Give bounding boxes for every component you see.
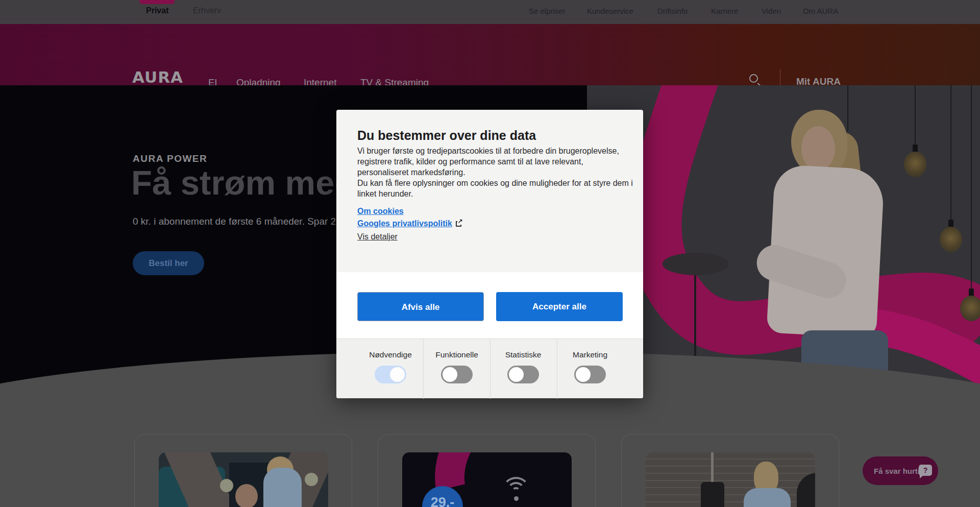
toggle-knob — [443, 367, 457, 382]
top-bar: Privat Erhverv Se elpriser Kundeservice … — [0, 0, 980, 24]
bulb-cord — [915, 85, 916, 146]
toggle-marketing[interactable] — [574, 366, 606, 383]
toggle-knob — [576, 367, 591, 382]
toggle-knob — [509, 367, 524, 382]
topbar-link-se-elpriser[interactable]: Se elpriser — [529, 7, 566, 15]
dialog-title: Du bestemmer over dine data — [357, 128, 536, 143]
woman-figure — [744, 488, 791, 507]
bulb-cord — [847, 85, 848, 131]
toggle-statistiske[interactable] — [507, 366, 539, 383]
hero-heading: Få strøm med — [131, 163, 355, 202]
string-light — [220, 479, 233, 492]
dialog-body: Vi bruger første og tredjepartscookies t… — [357, 146, 633, 199]
promo-card-charging[interactable] — [621, 434, 839, 507]
string-light — [305, 473, 318, 486]
aura-logo[interactable]: AURA — [132, 68, 183, 86]
hero-subtext: 0 kr. i abonnement de første 6 måneder. … — [133, 216, 336, 227]
vis-detaljer-link[interactable]: Vis detaljer — [357, 232, 398, 241]
body-line: Vi bruger første og tredjepartscookies t… — [357, 146, 633, 156]
promo-card-internet[interactable]: 29,- — [378, 434, 596, 507]
cookie-toggle-band: Nødvendige Funktionelle Statistiske Mark… — [336, 339, 643, 398]
reject-all-button[interactable]: Afvis alle — [357, 292, 484, 321]
wall-charger — [701, 482, 724, 507]
search-lens — [749, 74, 758, 83]
light-bulb — [960, 296, 980, 321]
toggle-label-funktionelle: Funktionelle — [424, 350, 490, 359]
bestil-her-button[interactable]: Bestil her — [133, 251, 204, 275]
card-image-family-tent — [159, 452, 328, 507]
topbar-link-driftsinfo[interactable]: Driftsinfo — [657, 7, 688, 15]
hero-photo — [587, 85, 980, 388]
mother-figure — [263, 468, 302, 507]
card-image-ev-charger — [646, 452, 815, 507]
body-line: linket herunder. — [357, 188, 633, 199]
wifi-dot — [514, 496, 519, 501]
bulb-cord — [971, 85, 972, 289]
car-shape — [797, 473, 815, 507]
tab-privat[interactable]: Privat — [146, 6, 168, 15]
toggle-knob — [390, 367, 405, 382]
toggle-funktionelle[interactable] — [441, 366, 473, 383]
floor-lamp-shade — [663, 253, 729, 275]
topbar-link-karriere[interactable]: Karriere — [711, 7, 738, 15]
topbar-link-om-aura[interactable]: Om AURA — [803, 7, 838, 15]
card-image-internet-offer: 29,- — [402, 452, 572, 507]
bulb-cord — [950, 85, 951, 221]
topbar-link-kundeservice[interactable]: Kundeservice — [587, 7, 633, 15]
active-tab-indicator — [139, 0, 175, 4]
toggle-label-marketing: Marketing — [557, 350, 623, 359]
page: Privat Erhverv Se elpriser Kundeservice … — [0, 0, 980, 507]
light-bulb — [904, 152, 926, 177]
toggle-label-nodvendige: Nødvendige — [357, 350, 424, 359]
external-link-icon: ↗ — [456, 221, 461, 227]
child-figure — [235, 484, 258, 507]
main-header: AURA El Opladning Internet TV & Streamin… — [0, 24, 980, 85]
body-line: personaliseret markedsføring. — [357, 167, 633, 178]
body-line: registrere trafik, kilder og performance… — [357, 156, 633, 167]
google-privacy-link[interactable]: Googles privatlivspolitik — [357, 219, 452, 228]
topbar-link-viden[interactable]: Viden — [762, 7, 781, 15]
accept-all-button[interactable]: Accepter alle — [496, 292, 623, 321]
cookie-consent-dialog: Du bestemmer over dine data Vi bruger fø… — [336, 110, 643, 398]
body-line: Du kan få flere oplysninger om cookies o… — [357, 178, 633, 188]
conduit-pipe — [711, 452, 714, 484]
light-bulb — [940, 227, 962, 252]
tab-erhverv[interactable]: Erhverv — [193, 6, 221, 15]
chat-button[interactable]: Få svar hurtigt ? — [863, 456, 938, 485]
wifi-icon — [512, 487, 520, 495]
toggle-nodvendige[interactable] — [375, 366, 406, 383]
promo-card-family[interactable] — [134, 434, 352, 507]
om-cookies-link[interactable]: Om cookies — [357, 207, 404, 215]
toggle-label-statistiske: Statistiske — [490, 350, 556, 359]
question-bubble-icon: ? — [919, 465, 932, 476]
woman-face — [801, 126, 835, 171]
